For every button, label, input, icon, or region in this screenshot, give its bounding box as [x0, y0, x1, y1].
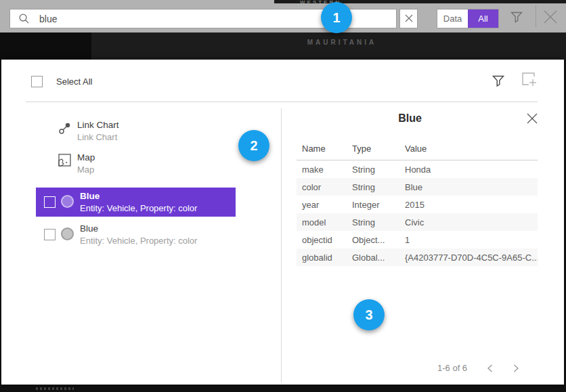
cell-type: String [352, 217, 405, 227]
detail-close-icon[interactable] [525, 112, 539, 128]
cell-name: objectid [297, 235, 352, 245]
cell-type: Integer [352, 200, 405, 210]
data-all-toggle: Data All [437, 9, 499, 28]
map-land-shape [0, 32, 91, 60]
cell-name: year [297, 200, 352, 210]
chevron-left-icon[interactable] [486, 364, 494, 373]
result-item-map[interactable]: Map Map [58, 152, 95, 175]
result-title: Blue [80, 191, 197, 201]
cell-value: 1 [405, 235, 538, 245]
select-all-checkbox[interactable] [31, 76, 43, 87]
pagination-range-label: 1-6 of 6 [437, 363, 467, 373]
cell-type: Object... [352, 235, 405, 245]
properties-table: Name Type Value make String Honda color … [297, 144, 538, 266]
annotation-badge-3: 3 [353, 299, 385, 330]
add-to-selection-icon[interactable] [521, 72, 539, 91]
search-toolbar: Data All [0, 0, 566, 32]
panel-filter-icon[interactable] [492, 74, 505, 90]
result-subtitle: Map [77, 165, 95, 175]
result-subtitle: Entity: Vehicle, Property: color [80, 203, 197, 213]
clear-search-button[interactable] [399, 9, 418, 28]
chevron-right-icon[interactable] [513, 364, 520, 373]
app-window: MAURITANIA Data All WESTERN [0, 0, 566, 392]
cell-name: make [297, 165, 352, 175]
map-icon [58, 154, 73, 175]
map-background-bottom [0, 385, 566, 392]
detail-title: Blue [281, 112, 539, 125]
result-item-blue[interactable]: Blue Entity: Vehicle, Property: color [36, 220, 236, 249]
link-chart-icon [58, 121, 73, 142]
map-tiny-label [36, 387, 74, 390]
select-all-row: Select All [31, 76, 92, 87]
cell-name: model [297, 217, 352, 227]
result-item-blue-selected[interactable]: Blue Entity: Vehicle, Property: color [36, 188, 236, 217]
table-row: color String Blue [297, 178, 538, 196]
entity-dot-icon [61, 227, 74, 240]
header-filter-icon[interactable] [510, 10, 523, 26]
result-checkbox[interactable] [44, 196, 56, 208]
column-header-type: Type [352, 144, 405, 154]
map-edge-strip: WESTERN [274, 0, 566, 3]
toggle-option-data[interactable]: Data [437, 9, 468, 28]
search-icon [18, 13, 30, 24]
select-all-label: Select All [56, 77, 92, 87]
result-subtitle: Entity: Vehicle, Property: color [80, 236, 197, 246]
pagination: 1-6 of 6 [406, 363, 539, 373]
column-header-name: Name [297, 144, 352, 154]
cell-type: String [352, 165, 405, 175]
clear-x-icon [405, 13, 413, 25]
header-close-icon[interactable] [541, 8, 560, 28]
result-title: Map [77, 152, 95, 162]
table-row: make String Honda [297, 160, 538, 178]
cell-value: 2015 [405, 200, 538, 210]
table-row: globalid Global... {A4203777-D70D-4C5C-9… [297, 248, 538, 266]
panel-divider-horizontal [26, 102, 538, 102]
panel-divider-vertical [281, 108, 282, 383]
header-divider [536, 5, 536, 27]
cell-name: color [297, 182, 352, 192]
cell-name: globalid [297, 253, 352, 263]
result-checkbox[interactable] [44, 229, 56, 240]
cell-value: Blue [405, 182, 538, 192]
cell-type: Global... [352, 253, 405, 263]
table-row: model String Civic [297, 213, 538, 231]
table-header-row: Name Type Value [297, 144, 538, 160]
cell-type: String [352, 182, 405, 192]
result-title: Link Chart [77, 120, 119, 130]
cell-value: Civic [405, 217, 538, 227]
result-subtitle: Link Chart [77, 132, 119, 142]
result-title: Blue [80, 223, 197, 234]
map-label-mauritania: MAURITANIA [284, 39, 399, 46]
table-row: objectid Object... 1 [297, 231, 538, 248]
table-row: year Integer 2015 [297, 196, 538, 213]
result-item-link-chart[interactable]: Link Chart Link Chart [58, 120, 119, 142]
cell-value: {A4203777-D70D-4C5C-9A65-C... [405, 253, 538, 263]
entity-dot-icon [61, 195, 74, 208]
cell-value: Honda [405, 165, 538, 175]
column-header-value: Value [405, 144, 538, 154]
map-background: MAURITANIA [0, 32, 566, 60]
annotation-badge-2: 2 [238, 130, 269, 161]
toggle-option-all[interactable]: All [468, 9, 498, 28]
annotation-badge-1: 1 [321, 2, 352, 33]
